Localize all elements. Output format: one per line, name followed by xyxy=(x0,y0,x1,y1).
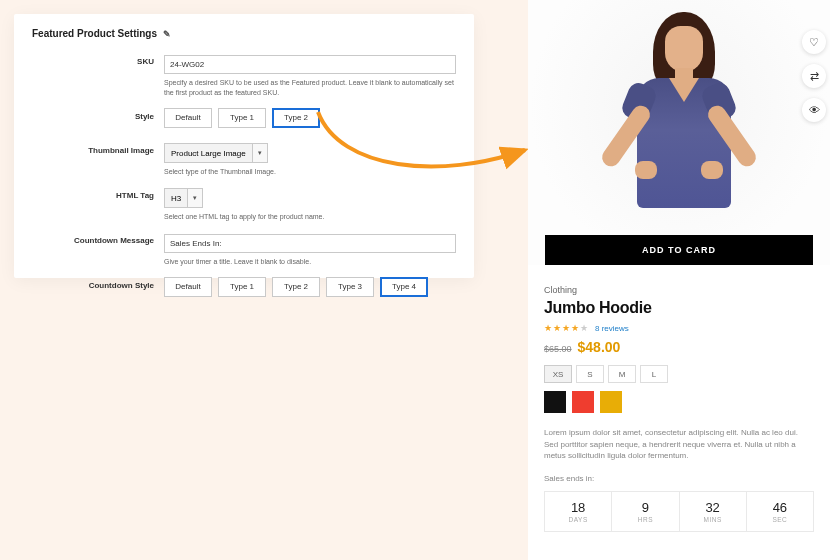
swatch-gold[interactable] xyxy=(600,391,622,413)
edit-icon[interactable]: ✎ xyxy=(163,29,171,39)
htmltag-select-value: H3 xyxy=(165,189,187,207)
countdown-mins: 32 MINS xyxy=(679,492,746,531)
countdownmsg-help: Give your timer a title. Leave it blank … xyxy=(164,257,456,267)
htmltag-help: Select one HTML tag to apply for the pro… xyxy=(164,212,456,222)
chevron-down-icon: ▾ xyxy=(187,189,202,207)
sku-input[interactable] xyxy=(164,55,456,74)
field-htmltag: HTML Tag H3 ▾ Select one HTML tag to app… xyxy=(32,187,456,222)
swatch-black[interactable] xyxy=(544,391,566,413)
add-to-cart-button[interactable]: ADD TO CARD xyxy=(545,235,813,265)
product-name: Jumbo Hoodie xyxy=(544,299,814,317)
countdownmsg-input[interactable] xyxy=(164,234,456,253)
swatch-red[interactable] xyxy=(572,391,594,413)
cd-days-value: 18 xyxy=(545,500,611,515)
countdownmsg-label: Countdown Message xyxy=(32,232,164,245)
field-thumbnail: Thumbnail Image Product Large Image ▾ Se… xyxy=(32,142,456,177)
thumbnail-select-value: Product Large Image xyxy=(165,144,252,162)
style-option-type1[interactable]: Type 1 xyxy=(218,108,266,128)
product-description: Lorem ipsum dolor sit amet, consectetur … xyxy=(544,427,814,462)
field-sku: SKU Specify a desired SKU to be used as … xyxy=(32,53,456,98)
countdownstyle-label: Countdown Style xyxy=(32,277,164,290)
countdown-hrs: 9 HRS xyxy=(611,492,678,531)
size-m[interactable]: M xyxy=(608,365,636,383)
size-s[interactable]: S xyxy=(576,365,604,383)
rating-stars: ★★★★★ xyxy=(544,323,589,333)
reviews-link[interactable]: 8 reviews xyxy=(595,324,629,333)
countdown-days: 18 DAYS xyxy=(545,492,611,531)
quickview-button[interactable]: 👁 xyxy=(802,98,826,122)
countdown-sec: 46 SEC xyxy=(746,492,813,531)
size-xs[interactable]: XS xyxy=(544,365,572,383)
htmltag-label: HTML Tag xyxy=(32,187,164,200)
model-illustration xyxy=(575,6,783,265)
chevron-down-icon: ▾ xyxy=(252,144,267,162)
panel-title: Featured Product Settings ✎ xyxy=(32,28,456,39)
cd-sec-unit: SEC xyxy=(747,516,813,523)
field-countdown-style: Countdown Style Default Type 1 Type 2 Ty… xyxy=(32,277,456,297)
rating-row: ★★★★★ 8 reviews xyxy=(544,323,814,333)
sale-ends-label: Sales ends in: xyxy=(544,474,814,483)
cdstyle-type1[interactable]: Type 1 xyxy=(218,277,266,297)
countdownstyle-options: Default Type 1 Type 2 Type 3 Type 4 xyxy=(164,277,456,297)
product-image xyxy=(528,0,830,265)
htmltag-select[interactable]: H3 ▾ xyxy=(164,188,203,208)
cd-hrs-value: 9 xyxy=(612,500,678,515)
eye-icon: 👁 xyxy=(809,104,820,116)
cd-hrs-unit: HRS xyxy=(612,516,678,523)
cd-mins-unit: MINS xyxy=(680,516,746,523)
compare-icon: ⇄ xyxy=(810,70,819,83)
price: $65.00 $48.00 xyxy=(544,339,814,355)
floating-actions: ♡ ⇄ 👁 xyxy=(802,30,826,122)
cd-days-unit: DAYS xyxy=(545,516,611,523)
cd-mins-value: 32 xyxy=(680,500,746,515)
product-preview: ADD TO CARD ♡ ⇄ 👁 Clothing Jumbo Hoodie … xyxy=(528,0,830,560)
cdstyle-default[interactable]: Default xyxy=(164,277,212,297)
thumbnail-label: Thumbnail Image xyxy=(32,142,164,155)
panel-title-text: Featured Product Settings xyxy=(32,28,157,39)
cdstyle-type3[interactable]: Type 3 xyxy=(326,277,374,297)
thumbnail-select[interactable]: Product Large Image ▾ xyxy=(164,143,268,163)
cd-sec-value: 46 xyxy=(747,500,813,515)
style-option-type2[interactable]: Type 2 xyxy=(272,108,320,128)
style-label: Style xyxy=(32,108,164,121)
field-style: Style Default Type 1 Type 2 xyxy=(32,108,456,128)
sku-help: Specify a desired SKU to be used as the … xyxy=(164,78,456,98)
compare-button[interactable]: ⇄ xyxy=(802,64,826,88)
cdstyle-type4[interactable]: Type 4 xyxy=(380,277,428,297)
color-swatches xyxy=(544,391,814,413)
size-options: XS S M L xyxy=(544,365,814,383)
style-option-default[interactable]: Default xyxy=(164,108,212,128)
new-price: $48.00 xyxy=(578,339,621,355)
sku-label: SKU xyxy=(32,53,164,66)
field-countdown-msg: Countdown Message Give your timer a titl… xyxy=(32,232,456,267)
countdown-timer: 18 DAYS 9 HRS 32 MINS 46 SEC xyxy=(544,491,814,532)
wishlist-button[interactable]: ♡ xyxy=(802,30,826,54)
style-options: Default Type 1 Type 2 xyxy=(164,108,456,128)
product-category: Clothing xyxy=(544,285,814,295)
old-price: $65.00 xyxy=(544,344,572,354)
product-meta: Clothing Jumbo Hoodie ★★★★★ 8 reviews $6… xyxy=(528,285,830,532)
admin-panel: Featured Product Settings ✎ SKU Specify … xyxy=(14,14,474,278)
thumbnail-help: Select type of the Thumbnail Image. xyxy=(164,167,456,177)
heart-icon: ♡ xyxy=(809,36,819,49)
size-l[interactable]: L xyxy=(640,365,668,383)
cdstyle-type2[interactable]: Type 2 xyxy=(272,277,320,297)
